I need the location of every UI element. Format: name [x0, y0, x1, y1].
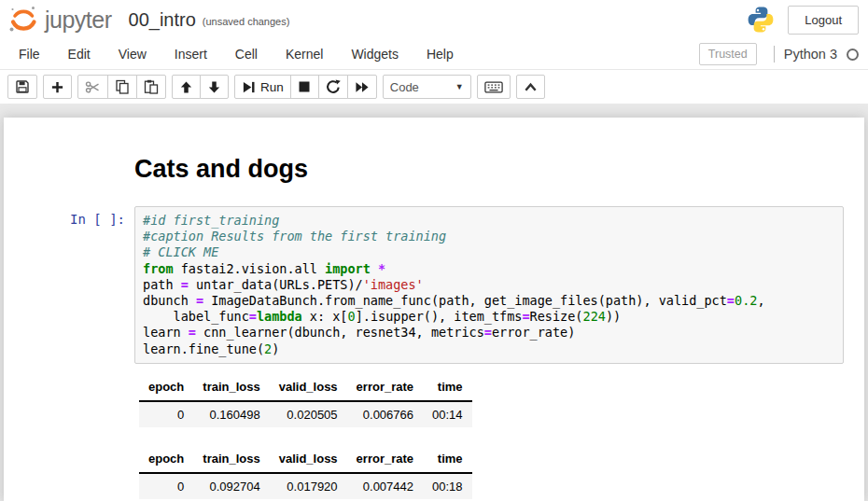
- menu-item-widgets[interactable]: Widgets: [337, 39, 413, 69]
- code-line: from fastai2.vision.all import *: [143, 261, 835, 277]
- code-line: learn = cnn_learner(dbunch, resnet34, me…: [143, 325, 835, 341]
- table-header-time: time: [423, 447, 472, 473]
- table-row: 00.0927040.0179200.00744200:18: [139, 473, 472, 499]
- jupyter-logo-icon: [7, 4, 39, 35]
- add-cell-button[interactable]: [43, 75, 72, 99]
- table-header-time: time: [423, 375, 472, 401]
- trusted-badge[interactable]: Trusted: [699, 43, 757, 65]
- restart-kernel-button[interactable]: [318, 75, 348, 99]
- table-header-valid_loss: valid_loss: [270, 447, 347, 473]
- table-header-error_rate: error_rate: [347, 447, 423, 473]
- logout-button[interactable]: Logout: [788, 6, 859, 35]
- code-cell: In [ ]: #id first_training#caption Resul…: [4, 206, 864, 364]
- training-results-table-2: epochtrain_lossvalid_losserror_ratetime0…: [139, 447, 472, 501]
- menu-bar: FileEditViewInsertCellKernelWidgetsHelp …: [0, 39, 868, 70]
- table-header-epoch: epoch: [139, 375, 193, 401]
- markdown-heading: Cats and dogs: [134, 155, 308, 184]
- jupyter-logo[interactable]: jupyter: [7, 4, 112, 35]
- code-line: # CLICK ME: [143, 244, 835, 260]
- table-header-train_loss: train_loss: [193, 447, 269, 473]
- add-cell-icon: [50, 80, 64, 94]
- code-line: learn.fine_tune(2): [143, 341, 835, 357]
- save-icon: [15, 79, 30, 94]
- table-header-valid_loss: valid_loss: [270, 375, 347, 401]
- notebook-title[interactable]: 00_intro: [129, 9, 196, 31]
- chevron-down-icon: ▼: [455, 82, 464, 91]
- training-results-table-1: epochtrain_lossvalid_losserror_ratetime0…: [139, 375, 472, 427]
- paste-cell-button[interactable]: [136, 75, 166, 99]
- kernel-separator: [774, 46, 775, 63]
- restart-run-all-button[interactable]: [347, 75, 377, 99]
- menu-item-insert[interactable]: Insert: [161, 39, 221, 69]
- code-line: label_func=lambda x: x[0].isupper(), ite…: [143, 309, 835, 325]
- move-cell-up-button[interactable]: [172, 75, 201, 99]
- output-area: epochtrain_lossvalid_losserror_ratetime0…: [134, 375, 864, 501]
- code-line: path = untar_data(URLs.PETS)/'images': [143, 277, 835, 293]
- markdown-prompt-spacer: [4, 155, 134, 160]
- stop-icon: [298, 80, 311, 93]
- cut-cell-button[interactable]: [77, 75, 108, 99]
- checkpoint-status: (unsaved changes): [203, 16, 290, 27]
- cell-type-dropdown[interactable]: Code ▼: [383, 75, 471, 99]
- cut-icon: [85, 80, 101, 94]
- copy-icon: [115, 79, 130, 94]
- menu-item-kernel[interactable]: Kernel: [272, 39, 337, 69]
- restart-run-all-icon: [355, 80, 370, 94]
- table-row: 00.1604980.0205050.00676600:14: [139, 401, 472, 427]
- move-cell-down-button[interactable]: [200, 75, 229, 99]
- save-button[interactable]: [7, 75, 37, 99]
- cell-type-value: Code: [390, 80, 419, 94]
- run-cell-button[interactable]: Run: [234, 75, 291, 99]
- table-header-epoch: epoch: [139, 447, 193, 473]
- jupyter-notebook-window: jupyter 00_intro (unsaved changes) Logou…: [0, 0, 868, 501]
- paste-icon: [144, 79, 159, 94]
- collapse-toolbar-button[interactable]: [516, 75, 545, 99]
- kernel-name: Python 3: [784, 47, 837, 62]
- copy-cell-button[interactable]: [107, 75, 137, 99]
- chevron-up-icon: [524, 81, 538, 93]
- menu-bar-items: FileEditViewInsertCellKernelWidgetsHelp: [9, 39, 468, 69]
- menu-item-help[interactable]: Help: [413, 39, 468, 69]
- code-line: dbunch = ImageDataBunch.from_name_func(p…: [143, 293, 835, 309]
- run-icon: [242, 80, 256, 94]
- table-header-train_loss: train_loss: [193, 375, 269, 401]
- keyboard-icon: [484, 80, 503, 94]
- menu-item-file[interactable]: File: [9, 39, 54, 69]
- jupyter-wordmark: jupyter: [45, 7, 112, 34]
- kernel-idle-indicator-icon: [847, 49, 859, 61]
- markdown-cell[interactable]: Cats and dogs: [4, 155, 864, 184]
- table-header-error_rate: error_rate: [347, 375, 423, 401]
- toolbar: Run Code ▼: [0, 70, 868, 104]
- code-line: #caption Results from the first training: [143, 229, 835, 244]
- menu-item-edit[interactable]: Edit: [54, 39, 105, 69]
- menu-item-cell[interactable]: Cell: [221, 39, 272, 69]
- code-editor[interactable]: #id first_training#caption Results from …: [134, 206, 844, 364]
- run-button-label: Run: [260, 80, 284, 94]
- restart-icon: [326, 79, 341, 94]
- command-palette-button[interactable]: [477, 75, 511, 99]
- header: jupyter 00_intro (unsaved changes) Logou…: [0, 0, 868, 39]
- notebook-page: Cats and dogs In [ ]: #id first_training…: [4, 118, 864, 501]
- notebook-background: Cats and dogs In [ ]: #id first_training…: [0, 104, 868, 501]
- menu-item-view[interactable]: View: [105, 39, 161, 69]
- python-logo-icon: [747, 6, 775, 34]
- code-line: #id first_training: [143, 213, 835, 229]
- input-prompt: In [ ]:: [4, 206, 134, 227]
- move-down-icon: [207, 80, 221, 94]
- interrupt-kernel-button[interactable]: [290, 75, 319, 99]
- move-up-icon: [179, 80, 193, 94]
